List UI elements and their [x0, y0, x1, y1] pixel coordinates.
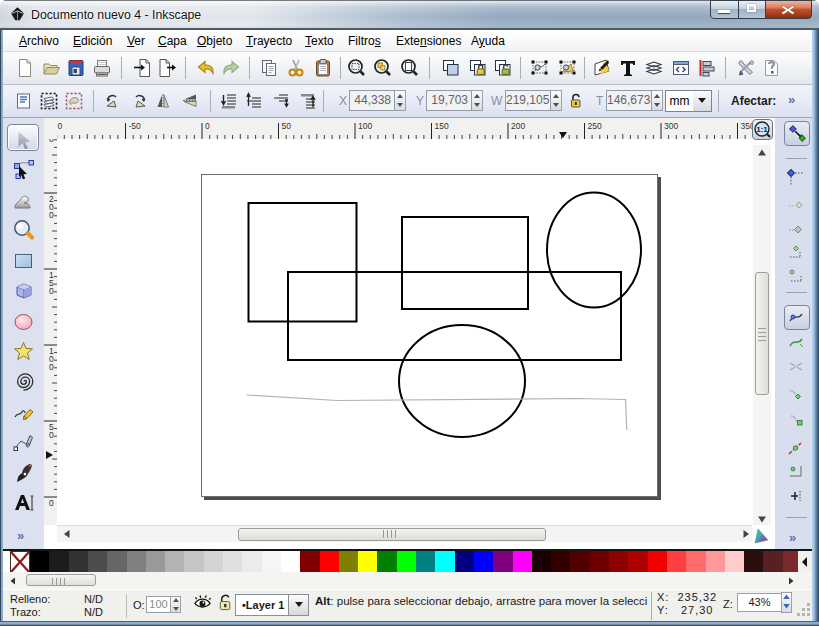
svg-text:0: 0 [49, 210, 54, 220]
svg-text:0: 0 [49, 498, 54, 508]
svg-text:350: 350 [741, 121, 753, 131]
svg-text:0: 0 [205, 121, 210, 131]
svg-text:0: 0 [58, 121, 63, 131]
svg-text:250: 250 [588, 121, 602, 131]
svg-text:0: 0 [49, 139, 54, 144]
svg-text:200: 200 [511, 121, 525, 131]
svg-text:0: 0 [49, 286, 54, 296]
svg-text:150: 150 [435, 121, 449, 131]
svg-text:0: 0 [49, 362, 54, 372]
svg-text:-50: -50 [129, 121, 142, 131]
svg-text:0: 0 [49, 430, 54, 440]
svg-text:50: 50 [282, 121, 292, 131]
svg-text:300: 300 [664, 121, 678, 131]
svg-text:1:1: 1:1 [756, 125, 768, 134]
svg-text:100: 100 [358, 121, 372, 131]
